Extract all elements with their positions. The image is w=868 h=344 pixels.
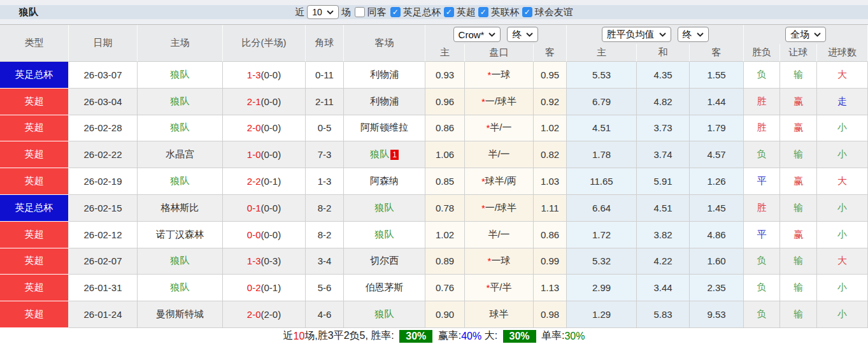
odds-group-header: 胜平负均值 终 bbox=[567, 25, 744, 44]
avg-draw-cell: 4.82 bbox=[637, 89, 690, 115]
handicap-line: 一/球半 bbox=[485, 202, 516, 214]
subcol-header-wdl: 胜负 bbox=[744, 44, 780, 62]
avg-home-cell: 6.64 bbox=[567, 195, 637, 222]
hcp-result-cell: 输 bbox=[780, 62, 817, 89]
fulltime-scope-select[interactable]: 全场 bbox=[785, 27, 826, 42]
away-team-name: 利物浦 bbox=[370, 69, 399, 81]
avg-home-odds: 6.64 bbox=[592, 203, 611, 213]
score-cell: 2-1(0-0) bbox=[223, 89, 306, 115]
handicap-result: 输 bbox=[793, 282, 803, 294]
over-under-result: 走 bbox=[837, 96, 847, 108]
goals-cell: 大 bbox=[817, 168, 868, 195]
home-cell: 狼队 bbox=[138, 115, 223, 142]
filter-premier-league-checkbox[interactable]: ✓ bbox=[444, 7, 454, 17]
score-cell: 2-0(2-0) bbox=[223, 301, 306, 328]
away-team-name: 狼队 bbox=[375, 229, 394, 241]
subcol-header-handicap: 盘口 bbox=[465, 44, 534, 62]
crow-home-odds: 0.90 bbox=[436, 309, 454, 320]
filter-league-cup-checkbox[interactable]: ✓ bbox=[478, 7, 488, 17]
over-under-result: 小 bbox=[837, 308, 847, 320]
filter-fa-cup-checkbox[interactable]: ✓ bbox=[390, 7, 401, 17]
corner-count: 0-5 bbox=[318, 122, 332, 133]
filter-fa-cup-label: 英足总杯 bbox=[403, 6, 441, 18]
crow-away-cell: 0.86 bbox=[534, 222, 567, 248]
avg-away-odds: 4.86 bbox=[707, 229, 725, 240]
recent-count-select[interactable]: 10 bbox=[307, 5, 339, 19]
col-header-type: 类型 bbox=[0, 25, 69, 62]
over-under-result: 大 bbox=[837, 255, 847, 267]
halftime-score: (0-1) bbox=[261, 176, 281, 187]
col-header-away: 客场 bbox=[344, 25, 425, 62]
crow-stage-select[interactable]: 终 bbox=[507, 27, 538, 42]
score-cell: 2-2(0-1) bbox=[223, 168, 306, 195]
summary-text: 大: bbox=[481, 329, 500, 343]
avg-home-odds: 2.99 bbox=[592, 282, 611, 293]
wdl-cell: 胜 bbox=[744, 89, 780, 115]
odds-stage-select[interactable]: 终 bbox=[678, 27, 709, 42]
handicap-cell: *一球 bbox=[465, 248, 534, 275]
handicap-result: 输 bbox=[793, 148, 803, 161]
subcol-header-goals: 进球数 bbox=[817, 44, 868, 62]
competition-label: 英超 bbox=[25, 229, 44, 241]
handicap-line: 一球 bbox=[491, 255, 510, 267]
avg-away-cell: 4.86 bbox=[690, 222, 744, 248]
halftime-score: (0-0) bbox=[261, 122, 281, 133]
away-cell: 阿森纳 bbox=[344, 168, 425, 195]
wdl-result: 负 bbox=[757, 282, 767, 294]
away-cell: 利物浦 bbox=[344, 62, 425, 89]
type-cell: 英超 bbox=[0, 275, 69, 301]
crow-home-cell: 0.89 bbox=[425, 248, 465, 275]
match-date: 26-03-07 bbox=[83, 69, 122, 80]
handicap-line: 半/一 bbox=[490, 122, 511, 134]
competition-label: 英足总杯 bbox=[15, 202, 53, 214]
avg-draw-cell: 4.22 bbox=[637, 248, 690, 275]
recent-label: 近 bbox=[295, 6, 304, 18]
red-card-badge: 1 bbox=[390, 150, 399, 160]
halftime-score: (2-0) bbox=[261, 309, 281, 320]
handicap-cell: *一/球半 bbox=[465, 195, 534, 222]
over-under-result: 小 bbox=[837, 202, 847, 214]
over-under-result: 大 bbox=[837, 69, 847, 81]
type-cell: 英超 bbox=[0, 141, 69, 168]
filter-same-away-checkbox[interactable]: ✓ bbox=[355, 7, 365, 17]
over-under-result: 小 bbox=[837, 122, 847, 134]
away-team-name: 利物浦 bbox=[370, 96, 399, 108]
goals-cell: 大 bbox=[817, 248, 868, 275]
crow-away-odds: 0.92 bbox=[541, 96, 559, 107]
away-team-name: 狼队 bbox=[370, 148, 389, 161]
crow-away-cell: 0.95 bbox=[534, 62, 567, 89]
avg-draw-odds: 3.82 bbox=[653, 229, 672, 240]
avg-home-cell: 1.29 bbox=[567, 301, 637, 328]
match-date: 26-02-22 bbox=[83, 149, 122, 160]
avg-away-cell: 4.57 bbox=[690, 141, 744, 168]
home-team-name: 诺丁汉森林 bbox=[156, 229, 204, 241]
hcp-result-cell: 赢 bbox=[780, 115, 817, 142]
home-cell: 曼彻斯特城 bbox=[138, 301, 223, 328]
match-date: 26-02-15 bbox=[83, 203, 122, 213]
avg-home-cell: 4.51 bbox=[567, 115, 637, 142]
home-team-name: 狼队 bbox=[171, 282, 190, 294]
filter-club-friendly-checkbox[interactable]: ✓ bbox=[522, 7, 532, 17]
away-cell: 狼队 bbox=[344, 301, 425, 328]
crow-home-cell: 0.90 bbox=[425, 301, 465, 328]
corner-cell: 5-6 bbox=[306, 275, 344, 301]
corner-count: 2-11 bbox=[315, 96, 334, 107]
corner-cell: 0-11 bbox=[306, 62, 344, 89]
handicap-result: 赢 bbox=[793, 96, 803, 108]
goals-cell: 走 bbox=[817, 89, 868, 115]
handicap-result: 赢 bbox=[793, 122, 803, 134]
competition-label: 英足总杯 bbox=[15, 69, 53, 81]
odds-type-select[interactable]: 胜平负均值 bbox=[602, 27, 671, 42]
avg-draw-odds: 4.82 bbox=[653, 96, 672, 107]
crow-company-select[interactable]: Crow* bbox=[453, 27, 501, 42]
avg-home-cell: 1.78 bbox=[567, 141, 637, 168]
date-cell: 26-02-07 bbox=[69, 248, 138, 275]
avg-draw-cell: 5.91 bbox=[637, 168, 690, 195]
match-date: 26-03-04 bbox=[83, 96, 122, 107]
avg-home-cell: 5.32 bbox=[567, 248, 637, 275]
handicap-line: 一/球半 bbox=[485, 96, 516, 108]
crow-home-cell: 1.06 bbox=[425, 141, 465, 168]
hcp-result-cell: 输 bbox=[780, 195, 817, 222]
goals-cell: 小 bbox=[817, 275, 868, 301]
date-cell: 26-02-12 bbox=[69, 222, 138, 248]
